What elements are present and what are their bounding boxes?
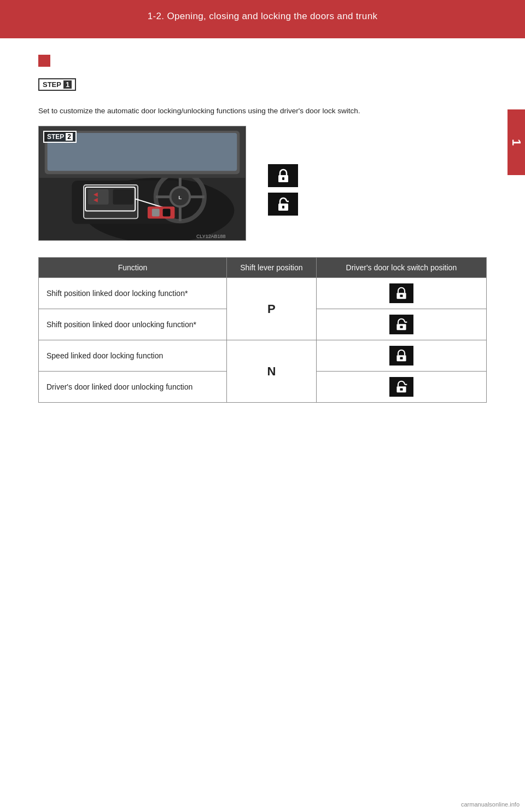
watermark: carmanualsonline.info [461,801,520,808]
table-cell-lock-icon [316,372,486,403]
table-locked-icon [389,283,413,303]
car-interior-illustration: L [39,126,246,240]
header-title: 1-2. Opening, closing and locking the do… [148,11,378,22]
table-header-shift: Shift lever position [226,258,316,278]
side-tab-number: 1 [509,139,523,146]
table-locked-icon [389,346,413,366]
svg-text:L: L [178,194,182,200]
unlocked-icon-button[interactable] [268,193,298,216]
side-tab: 1 [508,109,525,175]
table-cell-lock-icon [316,340,486,372]
table-cell-function: Shift position linked door unlocking fun… [39,309,227,340]
table-cell-shift: N [226,340,316,403]
svg-rect-20 [163,209,171,217]
unlocked-padlock-icon [276,196,291,212]
table-cell-lock-icon [316,278,486,309]
table-row: Speed linked door locking functionN [39,340,487,372]
table-cell-function: Shift position linked door locking funct… [39,278,227,309]
table-unlocked-icon [389,377,413,397]
red-accent-bar [0,33,525,38]
svg-rect-18 [148,207,175,219]
svg-rect-13 [113,189,134,205]
table-cell-function: Driver's door linked door unlocking func… [39,372,227,403]
table-cell-shift: P [226,278,316,340]
locked-padlock-icon [276,168,291,183]
step2-row: STEP 2 L [38,126,487,241]
table-header-driver: Driver's door lock switch position [316,258,486,278]
step1-text: Set to customize the automatic door lock… [38,105,487,117]
header-bar: 1-2. Opening, closing and locking the do… [0,0,525,33]
table-unlocked-icon [389,315,413,334]
main-content: STEP 1 Set to customize the automatic do… [0,38,525,425]
section-marker [38,55,50,67]
step2-image: STEP 2 L [38,126,246,241]
locked-icon-button[interactable] [268,164,298,187]
svg-rect-28 [282,206,284,208]
svg-rect-12 [88,189,109,205]
table-header-function: Function [39,258,227,278]
lock-icons-column [268,164,298,216]
svg-rect-34 [400,357,402,359]
step2-badge: STEP 2 [43,131,77,143]
svg-rect-32 [400,326,402,328]
table-cell-lock-icon [316,309,486,340]
svg-rect-26 [282,177,284,180]
function-table: Function Shift lever position Driver's d… [38,257,487,403]
svg-rect-19 [152,209,160,217]
svg-text:CLY12AB188: CLY12AB188 [196,234,225,239]
table-row: Shift position linked door locking funct… [39,278,487,309]
table-cell-function: Speed linked door locking function [39,340,227,372]
svg-rect-30 [400,295,402,297]
step1-badge: STEP 1 [38,78,76,91]
svg-rect-36 [400,388,402,391]
